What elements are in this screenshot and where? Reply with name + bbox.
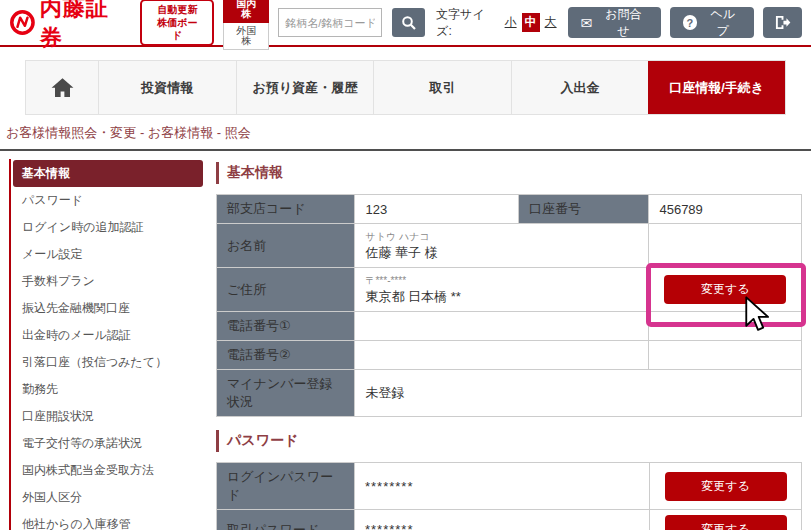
logout-button[interactable] [763,7,802,38]
phone2-label: 電話番号② [217,341,355,370]
nav-tab-home[interactable] [26,61,98,114]
table-row: 電話番号② [217,341,802,370]
font-size-large[interactable]: 大 [545,14,557,31]
contact-button[interactable]: ✉ お問合せ [568,7,661,38]
table-row: お名前 サトウ ハナコ 佐藤 華子 様 [217,224,802,268]
main-nav: 投資情報 お預り資産・履歴 取引 入出金 口座情報/手続き [25,60,786,115]
branch-code-label: 部支店コード [217,195,355,224]
nav-tab-assets-history[interactable]: お預り資産・履歴 [236,61,374,114]
table-row: 取引パスワード ******** 変更する [217,510,802,530]
address-value-cell: 〒***-**** 東京都 日本橋 ** [355,268,649,312]
sidebar-item-mail-settings[interactable]: メール設定 [13,241,203,268]
sidebar-item-edelivery-consent[interactable]: 電子交付等の承諾状況 [13,430,203,457]
name-value-cell: サトウ ハナコ 佐藤 華子 様 [355,224,649,268]
nav-tab-investment-info[interactable]: 投資情報 [98,61,236,114]
sidebar-item-account-opening-status[interactable]: 口座開設状況 [13,403,203,430]
board-button-line2: 株価ボード [152,16,202,42]
sidebar-item-dividend-receipt-method[interactable]: 国内株式配当金受取方法 [13,457,203,484]
branch-code-value: 123 [355,195,519,224]
search-icon [401,15,417,31]
symbol-search-input[interactable] [278,8,382,37]
breadcrumb: お客様情報照会・変更 - お客様情報 - 照会 [0,115,811,151]
sidebar-item-workplace[interactable]: 勤務先 [13,376,203,403]
table-row: ログインパスワード ******** 変更する [217,463,802,510]
sidebar-item-basic-info[interactable]: 基本情報 [13,160,203,187]
contact-button-label: お問合せ [599,6,647,40]
tab-domestic-stocks[interactable]: 国内株 [223,0,269,23]
search-button[interactable] [392,8,425,37]
section-title-password: パスワード [216,430,802,452]
change-trading-password-button[interactable]: 変更する [665,515,787,530]
help-button-label: ヘルプ [704,6,741,40]
trading-password-label: 取引パスワード [217,510,355,530]
nav-tab-trading[interactable]: 取引 [373,61,511,114]
phone2-value [355,341,649,370]
account-number-label: 口座番号 [519,195,649,224]
phone1-label: 電話番号① [217,312,355,341]
sidebar-item-fee-plan[interactable]: 手数料プラン [13,268,203,295]
name-kana: サトウ ハナコ [365,230,638,244]
logo-icon [9,9,36,36]
logout-icon [774,15,791,30]
name-label: お名前 [217,224,355,268]
sidebar-item-login-extra-auth[interactable]: ログイン時の追加認証 [13,214,203,241]
font-size-medium[interactable]: 中 [522,13,540,32]
change-address-button[interactable]: 変更する [664,275,786,304]
mynumber-label: マイナンバー登録状況 [217,370,355,417]
sidebar-item-withdrawal-mail-auth[interactable]: 出金時のメール認証 [13,322,203,349]
market-tabs: 国内株 外国株 [223,0,269,50]
table-row: 電話番号① [217,312,802,341]
main-panel: 基本情報 部支店コード 123 口座番号 456789 お名前 サトウ ハナコ … [216,159,802,530]
phone1-action-cell [649,312,802,341]
login-password-action-cell: 変更する [650,463,802,510]
mail-icon: ✉ [581,16,593,30]
content: 基本情報 パスワード ログイン時の追加認証 メール設定 手数料プラン 振込先金融… [0,151,811,530]
nav-tab-account-info-procedures[interactable]: 口座情報/手続き [648,61,785,114]
trading-password-value: ******** [355,510,650,530]
naito-securities-logo[interactable]: 内藤証券 [9,0,131,53]
login-password-value: ******** [355,463,650,510]
phone2-action-cell [649,341,802,370]
logo-text: 内藤証券 [40,0,131,53]
address-postal: 〒***-**** [365,274,638,288]
name-value: 佐藤 華子 様 [365,244,638,262]
basic-info-table: 部支店コード 123 口座番号 456789 お名前 サトウ ハナコ 佐藤 華子… [216,194,802,417]
change-login-password-button[interactable]: 変更する [665,472,787,501]
sidebar-item-debit-account[interactable]: 引落口座（投信つみたて） [13,349,203,376]
help-button[interactable]: ? ヘルプ [670,7,755,38]
phone1-value [355,312,649,341]
auto-update-stock-board-button[interactable]: 自動更新 株価ボード [140,0,214,46]
address-value: 東京都 日本橋 ** [365,288,638,306]
tab-foreign-stocks[interactable]: 外国株 [223,23,269,50]
address-action-cell: 変更する [649,268,802,312]
board-button-line1: 自動更新 [157,3,197,16]
address-label: ご住所 [217,268,355,312]
nav-tab-deposit-withdrawal[interactable]: 入出金 [511,61,649,114]
sidebar-item-transfer-in[interactable]: 他社からの入庫移管 [13,511,203,530]
table-row: 部支店コード 123 口座番号 456789 [217,195,802,224]
section-title-basic-info: 基本情報 [216,162,802,184]
password-table: ログインパスワード ******** 変更する 取引パスワード ********… [216,462,802,530]
help-icon: ? [683,15,698,30]
account-number-value: 456789 [649,195,802,224]
font-size-small[interactable]: 小 [505,14,517,31]
sidebar-item-password[interactable]: パスワード [13,187,203,214]
name-action-cell [649,224,802,268]
sidebar: 基本情報 パスワード ログイン時の追加認証 メール設定 手数料プラン 振込先金融… [9,159,203,530]
login-password-label: ログインパスワード [217,463,355,510]
sidebar-item-foreigner-category[interactable]: 外国人区分 [13,484,203,511]
header: 内藤証券 自動更新 株価ボード 国内株 外国株 文字サイズ: 小 中 大 ✉ お… [0,0,811,47]
font-size-label: 文字サイズ: [436,6,500,40]
font-size-control: 文字サイズ: 小 中 大 [436,6,557,40]
table-row: ご住所 〒***-**** 東京都 日本橋 ** 変更する [217,268,802,312]
home-icon [50,77,75,98]
table-row: マイナンバー登録状況 未登録 [217,370,802,417]
mynumber-value: 未登録 [355,370,802,417]
sidebar-item-transfer-bank-account[interactable]: 振込先金融機関口座 [13,295,203,322]
trading-password-action-cell: 変更する [650,510,802,530]
